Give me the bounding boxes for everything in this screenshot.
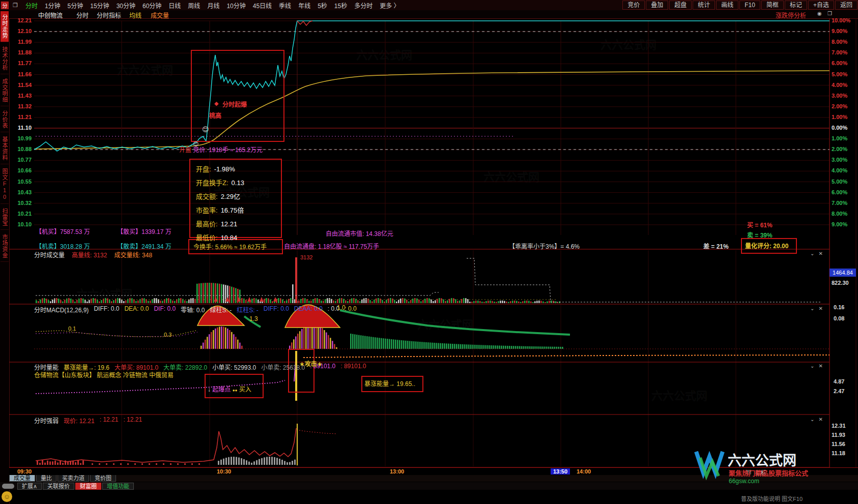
macd-point-label: 1.0 [337,304,346,311]
turnover-label: 今换手: 5.66% ≈ 19.62万手 [193,242,267,251]
avg-volume-label: 成交量线: 348 [114,250,152,259]
stock-info-line: 最高价:12.21 [196,219,244,228]
brand-tagline: 聚焦热门精品股票指标公式 [729,468,808,478]
percent-axis-label: 0.00% [832,125,847,132]
strength-scale-label: 12.31 [832,423,846,430]
close-icon[interactable]: ✕ [818,363,822,369]
energy-scale-label: 2.47 [834,388,844,395]
price-axis-label: 11.88 [18,49,32,56]
toolbar-button[interactable]: +自选 [808,1,834,10]
period-tab[interactable]: 季线 [275,1,295,10]
time-label: 13:00 [390,468,404,475]
period-tab[interactable]: 1分钟 [41,1,64,10]
macd-value: DIF: 0.0 [154,305,176,314]
collapse-icon[interactable]: ⌄ [810,306,814,311]
close-icon[interactable]: ✕ [818,417,822,422]
period-tab[interactable]: 多分时 [351,1,376,10]
macd-scale-label: 0.16 [834,304,844,311]
percent-axis-label: 4.00% [832,82,847,89]
bias-label: 【乖离率小于3%】= 4.6% [509,242,580,250]
macd-point-label: 1.3 [249,315,258,322]
energy-value: : 89101.0 [340,363,366,371]
top-toolbar: 分 ❐ 分时1分钟5分钟15分钟30分钟60分钟日线周线月线10分钟45日线季线… [0,0,858,11]
percent-axis-label: 3.00% [832,93,847,100]
diamond-icon: ◆ [214,100,218,107]
period-tab[interactable]: 5分钟 [64,1,87,10]
price-axis-label: 12.21 [17,17,32,24]
toolbar-button[interactable]: 标记 [785,1,807,10]
strength-value: 现价: 12.21 [64,416,95,425]
time-highlight-badge: 13:50 [551,468,570,475]
macd-panel-controls: ⌄✕ [810,306,823,311]
toolbar-button[interactable]: 竞价 [622,1,645,10]
energy-scale-label: 4.87 [834,378,844,386]
bid-prefix: 开盘 [179,146,191,154]
period-tab[interactable]: 周线 [184,1,204,10]
buy-text: 买入 [239,386,251,393]
time-label: 10:30 [217,468,231,475]
strength-value: : 12.21 [100,416,119,425]
macd-value: DEAA: 0.0 [294,305,323,314]
period-tab[interactable]: 30分钟 [113,1,139,10]
stock-info-list: 开盘:-1.98% 开盘换手Z:0.13 成交额:2.29亿 市盈率:16.75… [196,164,244,246]
price-axis-label: 10.32 [17,200,32,207]
brand-name: 六六公式网 [728,450,796,469]
sell-pct-label: 卖 = 39% [747,230,773,239]
strength-panel-header: 分时强弱 现价: 12.21: 12.21: 12.21 [34,416,142,425]
price-axis-label: 11.10 [18,125,32,132]
panel-icon[interactable]: ❐ [827,11,832,16]
period-tab[interactable]: 15秒 [331,1,351,10]
toolbar-button[interactable]: 超盘 [669,1,692,10]
window-icon[interactable]: ❐ [13,2,18,9]
smiley-marker-icon: 😊 [202,126,209,133]
price-axis-label: 11.77 [18,60,32,67]
target-icon[interactable]: ◉ [817,11,822,16]
energy-value: 小单买: 52993.0 [212,363,256,371]
close-icon[interactable]: ✕ [818,306,822,311]
toolbar-button[interactable]: 叠加 [646,1,668,10]
macd-value: : 0.0 [345,305,356,314]
price-axis-label: 11.66 [18,71,32,78]
energy-value: 小单卖: 25638.0 [261,363,305,371]
period-tab[interactable]: 10分钟 [223,1,249,10]
period-tab[interactable]: 更多 〉 [376,1,403,10]
price-axis-label: 11.43 [18,93,32,100]
entry-point-label: ↓ 起爆点 ●● 买入 [208,384,251,393]
toolbar-button[interactable]: 画线 [716,1,738,10]
period-tab[interactable]: 年线 [295,1,314,10]
toolbar-button[interactable]: 统计 [693,1,715,10]
price-axis: 12.2112.1011.9911.8811.7711.6611.5411.43… [10,18,32,237]
footer-note: 普及版功能说明 图文F10 [741,494,803,502]
quant-score-label: 量化评分: 20.00 [745,241,788,250]
close-icon[interactable]: ✕ [818,251,822,256]
toolbar-button[interactable]: 返回 [835,1,857,10]
volume-panel-controls: ⌄✕ [810,251,823,256]
buy-pct-label: 买 = 61% [747,220,773,229]
period-tab[interactable]: 5秒 [314,1,331,10]
stock-info-line: 开盘:-1.98% [196,164,244,173]
period-tab[interactable]: 月线 [204,1,223,10]
stock-info-line: 成交额:2.29亿 [196,191,244,201]
collapse-icon[interactable]: ⌄ [810,251,814,256]
period-tab[interactable]: 日线 [165,1,184,10]
period-tab[interactable]: 15分钟 [87,1,112,10]
period-tab[interactable]: 60分钟 [139,1,165,10]
brand-url: 66gsw.com [729,478,759,485]
energy-panel-controls: ⌄✕ [810,363,823,369]
period-tab[interactable]: 分时 [22,1,41,10]
percent-axis-label: 6.00% [832,60,847,67]
price-axis-label: 12.10 [17,28,32,35]
strength-panel-controls: ⌄✕ [810,417,823,422]
toolbar-button[interactable]: 简框 [761,1,784,10]
percent-axis-label: 10.00% [832,17,850,24]
period-tab[interactable]: 45日线 [249,1,275,10]
percent-axis-label: 4.00% [832,167,847,174]
collapse-icon[interactable]: ⌄ [810,363,814,369]
smiley-corner-icon[interactable]: ☺ [2,491,12,502]
toolbar-button[interactable]: F10 [739,1,760,10]
spike-label: 分时起爆 [222,100,247,108]
brand-block: 六六公式网 聚焦热门精品股票指标公式 66gsw.com 普及版功能说明 图文F… [692,446,858,504]
macd-value: 零轴: 0.0 [181,305,205,314]
collapse-icon[interactable]: ⌄ [810,417,814,422]
stock-info-line: 市盈率:16.75倍 [196,205,244,215]
